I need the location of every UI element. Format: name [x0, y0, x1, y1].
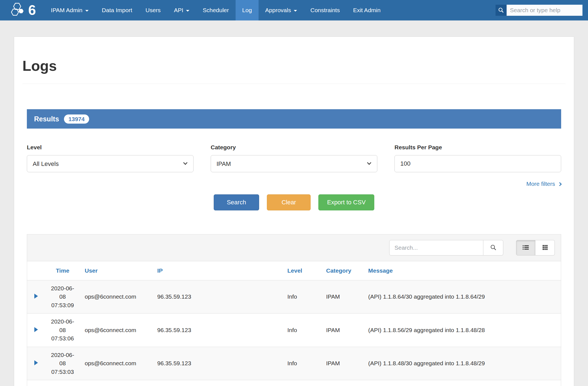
nav-item-label: IPAM Admin — [51, 7, 82, 14]
nav-item-label: Users — [146, 7, 161, 14]
col-header-message[interactable]: Message — [364, 261, 561, 280]
export-csv-button[interactable]: Export to CSV — [318, 194, 374, 210]
filter-per-page: Results Per Page — [394, 144, 561, 172]
results-panel-header: Results 13974 — [27, 109, 561, 129]
cell-time: 2020-06-08 07:53:06 — [44, 314, 81, 347]
nav-item-constraints[interactable]: Constraints — [304, 0, 346, 20]
clear-button[interactable]: Clear — [267, 194, 311, 210]
col-header-time[interactable]: Time — [44, 261, 81, 280]
nav-item-exit-admin[interactable]: Exit Admin — [346, 0, 387, 20]
global-search-input[interactable] — [507, 5, 582, 16]
nav-item-api[interactable]: API — [167, 0, 196, 20]
list-view-icon — [522, 245, 529, 251]
main-menu: IPAM Admin Data Import Users API Schedul… — [44, 0, 387, 20]
search-icon — [490, 244, 497, 252]
table-row: 2020-06-08 07:53:09 ops@6connect.com 96.… — [27, 280, 561, 314]
more-filters-label: More filters — [526, 181, 555, 187]
results-count-badge: 13974 — [64, 114, 89, 124]
table-header-row: Time User IP Level Category Message — [27, 261, 561, 280]
log-table: Time User IP Level Category Message 2020… — [27, 261, 561, 386]
page-title: Logs — [22, 58, 566, 74]
search-button[interactable]: Search — [214, 194, 259, 210]
cell-message: (API) 1.1.8.48/30 aggregated into 1.1.8.… — [364, 347, 561, 380]
level-label: Level — [27, 144, 194, 151]
table-row-partial — [27, 380, 561, 386]
nav-item-label: Log — [242, 7, 252, 14]
cell-ip: 96.35.59.123 — [153, 347, 283, 380]
nav-item-label: API — [174, 7, 183, 14]
nav-item-scheduler[interactable]: Scheduler — [196, 0, 236, 20]
cell-ip: 96.35.59.123 — [153, 314, 283, 347]
table-search-button[interactable] — [483, 240, 503, 255]
table-toolbar — [27, 234, 561, 261]
col-header-category[interactable]: Category — [322, 261, 364, 280]
grid-view-icon — [542, 245, 548, 251]
list-view-button[interactable] — [516, 240, 535, 255]
nav-item-label: Constraints — [310, 7, 340, 14]
table-search-group — [389, 240, 503, 255]
col-header-level[interactable]: Level — [283, 261, 322, 280]
nav-item-ipam-admin[interactable]: IPAM Admin — [44, 0, 95, 20]
view-toggle — [516, 240, 555, 255]
per-page-label: Results Per Page — [394, 144, 561, 151]
cell-message: (API) 1.1.8.64/30 aggregated into 1.1.8.… — [364, 280, 561, 314]
nav-item-approvals[interactable]: Approvals — [259, 0, 304, 20]
nav-item-label: Exit Admin — [353, 7, 380, 14]
global-search — [496, 0, 582, 20]
caret-down-icon — [186, 10, 189, 12]
cell-user: ops@6connect.com — [81, 347, 153, 380]
cell-level: Info — [283, 314, 322, 347]
expand-row-icon[interactable] — [34, 360, 38, 365]
grid-view-button[interactable] — [535, 240, 555, 255]
more-filters-link[interactable]: More filters — [526, 181, 561, 187]
results-section: Results 13974 Level All Levels Category … — [22, 109, 566, 386]
expand-column-header — [27, 261, 44, 280]
table-search-input[interactable] — [389, 240, 483, 255]
cell-time: 2020-06-08 07:53:09 — [44, 280, 81, 314]
brand-logo[interactable]: 6 — [0, 0, 44, 20]
nav-item-data-import[interactable]: Data Import — [95, 0, 139, 20]
table-row: 2020-06-08 07:53:03 ops@6connect.com 96.… — [27, 347, 561, 380]
caret-down-icon — [85, 10, 89, 12]
brand-number: 6 — [28, 3, 36, 17]
cell-category: IPAM — [322, 347, 364, 380]
nav-item-label: Approvals — [265, 7, 291, 14]
cell-level: Info — [283, 347, 322, 380]
cell-ip: 96.35.59.123 — [153, 280, 283, 314]
filter-bar: Level All Levels Category IPAM — [27, 144, 561, 172]
action-buttons: Search Clear Export to CSV — [27, 194, 561, 210]
category-label: Category — [211, 144, 377, 151]
caret-down-icon — [294, 10, 297, 12]
filter-level: Level All Levels — [27, 144, 194, 172]
cell-user: ops@6connect.com — [81, 280, 153, 314]
per-page-input[interactable] — [394, 155, 561, 172]
filter-category: Category IPAM — [211, 144, 377, 172]
nav-item-label: Data Import — [102, 7, 132, 14]
nav-item-users[interactable]: Users — [139, 0, 167, 20]
col-header-ip[interactable]: IP — [153, 261, 283, 280]
chevron-right-icon — [558, 182, 562, 186]
expand-row-icon[interactable] — [34, 327, 38, 332]
log-table-panel: Time User IP Level Category Message 2020… — [27, 234, 561, 386]
top-navbar: 6 IPAM Admin Data Import Users API Sched… — [0, 0, 588, 20]
cell-category: IPAM — [322, 314, 364, 347]
nav-item-log[interactable]: Log — [236, 0, 259, 20]
cell-message: (API) 1.1.8.56/29 aggregated into 1.1.8.… — [364, 314, 561, 347]
col-header-user[interactable]: User — [81, 261, 153, 280]
category-select[interactable]: IPAM — [211, 155, 377, 172]
title-divider — [22, 84, 566, 84]
level-select[interactable]: All Levels — [27, 155, 194, 172]
hexagon-logo-icon — [11, 2, 26, 19]
cell-category: IPAM — [322, 280, 364, 314]
search-icon[interactable] — [496, 5, 507, 16]
more-filters-row: More filters — [27, 181, 561, 187]
content-card: Logs Results 13974 Level All Levels Cate… — [14, 36, 574, 386]
cell-user: ops@6connect.com — [81, 314, 153, 347]
results-panel-title: Results — [34, 115, 59, 123]
nav-item-label: Scheduler — [203, 7, 229, 14]
expand-row-icon[interactable] — [34, 294, 38, 299]
table-row: 2020-06-08 07:53:06 ops@6connect.com 96.… — [27, 314, 561, 347]
cell-time: 2020-06-08 07:53:03 — [44, 347, 81, 380]
cell-level: Info — [283, 280, 322, 314]
